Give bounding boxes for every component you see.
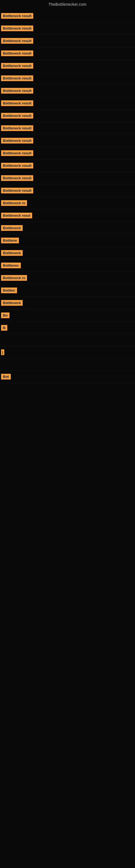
bottleneck-result-label: Bottleneck result <box>1 13 33 19</box>
result-row: Bottleneck result <box>0 134 135 147</box>
bottleneck-result-label: Bottlene <box>1 238 19 243</box>
bottleneck-result-label: Bottleneck result <box>1 38 33 44</box>
result-row: Bottlene <box>0 235 135 247</box>
bottleneck-result-label: Bottleneck result <box>1 138 33 144</box>
bottleneck-result-label: Bottleneck result <box>1 63 33 69</box>
bottleneck-result-label: Bottleneck resul <box>1 213 32 218</box>
site-title: TheBottlenecker.com <box>0 0 135 10</box>
result-row: Bot <box>0 371 135 383</box>
result-row: Bottleneck result <box>0 22 135 35</box>
result-row: Bottleneck re <box>0 272 135 284</box>
bottleneck-result-label: Bottleneck result <box>1 125 33 131</box>
bottleneck-result-label: Bottleneck <box>1 300 23 306</box>
result-row <box>0 334 135 346</box>
bottleneck-result-label: Bottleneck result <box>1 88 33 94</box>
result-row: Bottleneck result <box>0 172 135 184</box>
result-row: Bottleneck result <box>0 10 135 22</box>
result-row: Bottlen <box>0 284 135 297</box>
bottleneck-result-label: Bottleneck result <box>1 188 33 193</box>
result-row: Bottleneck resul <box>0 209 135 222</box>
bottleneck-result-label: Bottleneck result <box>1 75 33 81</box>
result-row: Bottleneck re <box>0 197 135 209</box>
bar-indicator: | <box>1 349 4 355</box>
bottleneck-result-label: B <box>1 325 7 331</box>
result-row: Bottleneck <box>0 222 135 235</box>
bottleneck-result-label: Bottleneck re <box>1 200 27 206</box>
result-row: Bottleneck <box>0 247 135 259</box>
bottleneck-result-label: Bottleneck result <box>1 100 33 106</box>
bottleneck-result-label: Bottleneck result <box>1 51 33 56</box>
bottleneck-result-label: Bot <box>1 374 11 379</box>
result-row <box>0 359 135 371</box>
bottleneck-result-label: Bottlenec <box>1 262 21 268</box>
bottleneck-result-label: Bottleneck re <box>1 275 27 281</box>
result-row: Bottleneck result <box>0 159 135 172</box>
result-row: Bottleneck result <box>0 122 135 134</box>
result-row: Bottleneck <box>0 297 135 309</box>
result-row: Bo <box>0 309 135 322</box>
bottleneck-result-label: Bottleneck result <box>1 175 33 181</box>
result-row: Bottlenec <box>0 259 135 272</box>
result-row: Bottleneck result <box>0 110 135 122</box>
bottleneck-result-label: Bottleneck <box>1 225 23 231</box>
bottleneck-result-label: Bottlen <box>1 287 17 293</box>
result-row: Bottleneck result <box>0 47 135 60</box>
bottleneck-result-label: Bottleneck result <box>1 113 33 119</box>
result-row: Bottleneck result <box>0 184 135 197</box>
result-row: Bottleneck result <box>0 60 135 72</box>
bottleneck-result-label: Bottleneck result <box>1 26 33 31</box>
result-row: Bottleneck result <box>0 147 135 159</box>
result-row: Bottleneck result <box>0 35 135 47</box>
bottleneck-result-label: Bo <box>1 312 9 318</box>
result-row: Bottleneck result <box>0 85 135 97</box>
result-row: Bottleneck result <box>0 72 135 85</box>
result-row: | <box>0 346 135 359</box>
bottleneck-result-label: Bottleneck result <box>1 163 33 168</box>
bottleneck-result-label: Bottleneck <box>1 250 23 256</box>
bottleneck-result-label: Bottleneck result <box>1 150 33 156</box>
result-row: Bottleneck result <box>0 97 135 110</box>
result-row: B <box>0 322 135 334</box>
